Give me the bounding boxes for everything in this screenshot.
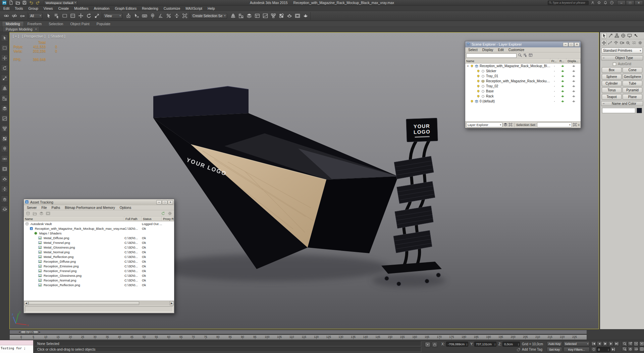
- asset-tracking-menu-file[interactable]: File: [39, 206, 49, 210]
- pan-icon[interactable]: [1, 195, 8, 203]
- column-header-proxy-r[interactable]: Proxy R: [162, 217, 174, 221]
- close-button[interactable]: ×: [574, 42, 580, 47]
- move-icon[interactable]: [1, 54, 8, 61]
- menu-maxscript[interactable]: MAXScript: [183, 6, 205, 11]
- play-button[interactable]: [602, 341, 608, 346]
- rendered-frame-icon[interactable]: [293, 12, 301, 20]
- prev-frame-button[interactable]: [597, 341, 602, 346]
- keyboard-override-icon[interactable]: [141, 12, 148, 20]
- viewport-shading-menu[interactable]: [ Shaded ]: [48, 34, 65, 38]
- hierarchy-tab-icon[interactable]: [614, 33, 620, 38]
- find-icon[interactable]: [518, 53, 522, 58]
- previous-frame-arrow[interactable]: ◂: [18, 330, 21, 334]
- name-color-rollout-header[interactable]: − Name and Color: [601, 101, 643, 106]
- primitive-sphere-button[interactable]: Sphere: [602, 74, 622, 80]
- systems-icon[interactable]: [638, 40, 643, 45]
- select-by-name-icon[interactable]: [523, 53, 527, 58]
- spinner-icon[interactable]: [518, 343, 519, 346]
- named-selection-sets-combo[interactable]: Create Selection Se ▾: [191, 13, 227, 19]
- asset-row[interactable]: Maps / Shaders: [24, 231, 174, 235]
- snap-3d-icon[interactable]: 3: [149, 12, 156, 20]
- orbit-icon[interactable]: [1, 206, 8, 213]
- frozen-cell[interactable]: [550, 75, 558, 78]
- goto-start-button[interactable]: [591, 341, 596, 346]
- scene-explorer-row[interactable]: Tray_01: [465, 74, 581, 79]
- ribbon-tab-modeling[interactable]: Modeling: [2, 21, 24, 27]
- scene-explorer-row[interactable]: Tray_02: [465, 84, 581, 89]
- asset-row[interactable]: Reception_Fresnel.pngC:\3D\0...Ok: [24, 268, 174, 273]
- ribbon-panel-polygon-modeling[interactable]: Polygon Modeling ▾: [3, 27, 40, 32]
- community-icon[interactable]: [590, 0, 595, 5]
- selection-lock-toggle[interactable]: [432, 342, 438, 347]
- percent-snap-icon[interactable]: [165, 12, 172, 20]
- scene-explorer-menu-select[interactable]: Select: [466, 48, 480, 52]
- column-header-name[interactable]: Name: [24, 217, 124, 221]
- schematic-view-icon[interactable]: [269, 12, 277, 20]
- link-icon[interactable]: [2, 12, 10, 20]
- column-header-fr[interactable]: Fr...: [550, 59, 558, 63]
- spinner-snap-icon[interactable]: [1, 185, 8, 192]
- zoom-extents-all-button[interactable]: [639, 341, 644, 346]
- select-manipulate-icon[interactable]: [132, 12, 140, 20]
- settings-icon[interactable]: [167, 211, 173, 216]
- refresh-icon[interactable]: [160, 211, 166, 216]
- scene-explorer-row[interactable]: Reception_with_Magazine_Rack_Mockup_Blac…: [465, 79, 581, 84]
- explorer-mode-dropdown[interactable]: Layer Explorer ▾: [466, 122, 502, 127]
- scene-explorer-titlebar[interactable]: Scene Explorer - Layer Explorer – □ ×: [465, 41, 581, 47]
- minimize-button[interactable]: –: [563, 42, 568, 47]
- menu-edit[interactable]: Edit: [1, 6, 12, 11]
- menu-group[interactable]: Group: [26, 6, 41, 11]
- bind-icon[interactable]: [18, 12, 26, 20]
- undo-icon[interactable]: [28, 0, 35, 5]
- key-mode-toggle[interactable]: [591, 347, 596, 352]
- help-search-input[interactable]: [552, 1, 588, 4]
- frozen-cell[interactable]: [550, 70, 558, 73]
- time-slider[interactable]: ◂ 0 / 225 ▸: [9, 330, 587, 334]
- display-cell[interactable]: [567, 69, 581, 73]
- scene-explorer-window[interactable]: Scene Explorer - Layer Explorer – □ × Se…: [465, 41, 581, 128]
- scene-explorer-row[interactable]: Sticker: [465, 69, 581, 74]
- selection-filter-dropdown[interactable]: All ▾: [29, 13, 43, 19]
- ribbon-tab-populate[interactable]: Populate: [93, 21, 114, 27]
- display-cell[interactable]: [567, 84, 581, 88]
- frozen-cell[interactable]: [550, 100, 558, 103]
- notifications-icon[interactable]: [602, 0, 608, 5]
- asset-tracking-menu-bitmap-performance-and-memory[interactable]: Bitmap Performance and Memory: [62, 206, 117, 210]
- asset-row[interactable]: Reception_Emissive.pngC:\3D\0...Ok: [24, 264, 174, 268]
- visibility-bulb-icon[interactable]: [476, 89, 481, 93]
- next-frame-arrow[interactable]: ▸: [38, 330, 41, 334]
- minimize-button[interactable]: –: [156, 200, 162, 205]
- scene-explorer-menu-edit[interactable]: Edit: [496, 48, 506, 52]
- pan-button[interactable]: [628, 347, 633, 352]
- menu-tools[interactable]: Tools: [12, 6, 26, 11]
- menu-modifiers[interactable]: Modifiers: [71, 6, 91, 11]
- column-header-full-path[interactable]: Full Path: [124, 217, 142, 221]
- move-icon[interactable]: [77, 12, 85, 20]
- material-editor-icon[interactable]: [1, 135, 8, 142]
- align-icon[interactable]: [1, 95, 8, 102]
- spacewarps-icon[interactable]: [632, 40, 637, 45]
- scene-explorer-menu-display[interactable]: Display: [480, 48, 496, 52]
- create-tab-icon[interactable]: [601, 33, 607, 38]
- asset-row[interactable]: Reception_Glossiness.pngC:\3D\0...Ok: [24, 273, 174, 278]
- ribbon-tab-freeform[interactable]: Freeform: [24, 21, 45, 27]
- menu-customize[interactable]: Customize: [161, 6, 183, 11]
- isolate-selection-toggle[interactable]: [425, 342, 431, 347]
- display-cell[interactable]: [567, 94, 581, 98]
- time-slider-handle[interactable]: ◂ 0 / 225 ▸: [18, 330, 41, 334]
- ribbon-tab-object-paint[interactable]: Object Paint: [67, 21, 93, 27]
- scene-explorer-row[interactable]: Rack: [465, 94, 581, 99]
- display-cell[interactable]: [567, 89, 581, 93]
- asset-row[interactable]: Autodesk VaultLogged Out ...: [24, 221, 174, 226]
- display-cell[interactable]: [567, 64, 581, 68]
- horizontal-scrollbar[interactable]: ◀ ▶: [24, 301, 174, 305]
- visibility-bulb-icon[interactable]: [476, 74, 481, 78]
- next-frame-button[interactable]: [608, 341, 613, 346]
- auto-key-button[interactable]: Auto Key: [547, 341, 562, 346]
- frozen-cell[interactable]: [550, 80, 558, 83]
- link-icon[interactable]: [1, 155, 8, 162]
- zoom-extents-button[interactable]: [633, 341, 639, 346]
- pick-layer-icon[interactable]: [508, 123, 513, 127]
- ribbon-tab-selection[interactable]: Selection: [45, 21, 66, 27]
- asset-row[interactable]: Metal_Reflection.pngC:\3D\0...Ok: [24, 254, 174, 259]
